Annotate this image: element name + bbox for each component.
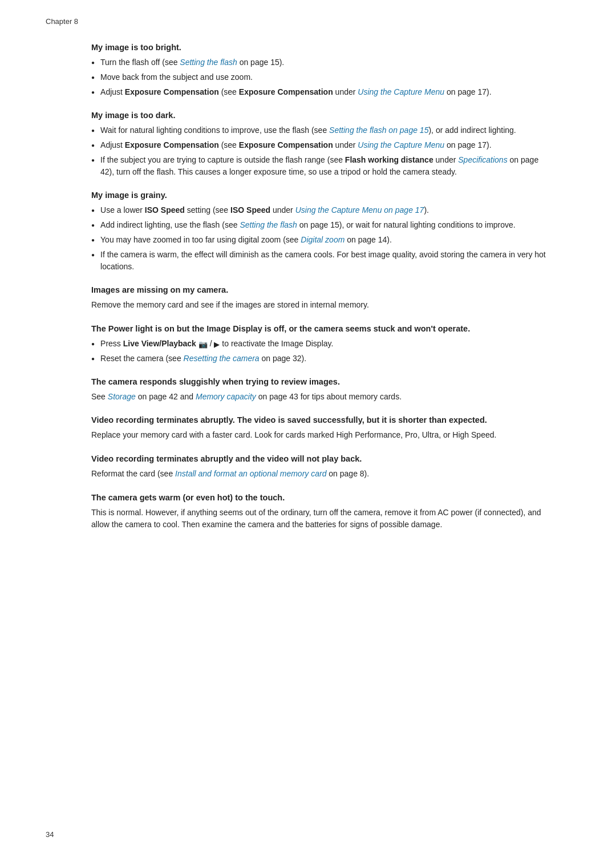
list-item: Adjust Exposure Compensation (see Exposu… [91, 86, 548, 98]
paragraph-sluggish: See Storage on page 42 and Memory capaci… [91, 391, 548, 403]
bullet-text: Adjust Exposure Compensation (see Exposu… [100, 139, 548, 151]
section-heading-camera-warm: The camera gets warm (or even hot) to th… [91, 493, 548, 502]
bold-text: ISO Speed [230, 205, 270, 215]
bullet-text: Wait for natural lighting conditions to … [100, 124, 548, 136]
link-text[interactable]: Digital zoom [301, 235, 345, 244]
list-item: Wait for natural lighting conditions to … [91, 124, 548, 136]
bold-text: Flash working distance [345, 155, 433, 164]
list-item: If the camera is warm, the effect will d… [91, 249, 548, 273]
bold-text: Exposure Compensation [125, 87, 219, 96]
list-item: Move back from the subject and use zoom. [91, 71, 548, 83]
list-item: Reset the camera (see Resetting the came… [91, 353, 548, 365]
link-text[interactable]: Using the Capture Menu [358, 140, 444, 149]
list-item: You may have zoomed in too far using dig… [91, 234, 548, 246]
bullet-list-too-bright: Turn the flash off (see Setting the flas… [91, 56, 548, 98]
paragraph-video-terminates: Replace your memory card with a faster c… [91, 429, 548, 442]
paragraph-camera-warm: This is normal. However, if anything see… [91, 507, 548, 531]
bullet-text: If the camera is warm, the effect will d… [100, 249, 548, 273]
list-item: Adjust Exposure Compensation (see Exposu… [91, 139, 548, 151]
section-video-terminates: Video recording terminates abruptly. The… [91, 415, 548, 442]
camera-icon: 📷 / ▶ [196, 339, 220, 348]
page-container: Chapter 8 My image is too bright.Turn th… [0, 0, 616, 853]
bullet-text: Press Live View/Playback 📷 / ▶ to reacti… [100, 338, 548, 350]
bullet-text: If the subject you are trying to capture… [100, 154, 548, 178]
link-text[interactable]: Memory capacity [196, 392, 256, 401]
paragraph-missing-images: Remove the memory card and see if the im… [91, 299, 548, 312]
bullet-text: Move back from the subject and use zoom. [100, 71, 548, 83]
section-missing-images: Images are missing on my camera.Remove t… [91, 285, 548, 312]
bullet-text: Reset the camera (see Resetting the came… [100, 353, 548, 365]
link-text[interactable]: Specifications [458, 155, 507, 164]
bullet-list-too-dark: Wait for natural lighting conditions to … [91, 124, 548, 178]
bold-text: Live View/Playback [123, 339, 196, 348]
link-text[interactable]: Using the Capture Menu [358, 87, 444, 96]
section-heading-grainy: My image is grainy. [91, 191, 548, 200]
section-grainy: My image is grainy.Use a lower ISO Speed… [91, 191, 548, 273]
bullet-text: Add indirect lighting, use the flash (se… [100, 219, 548, 231]
section-power-light: The Power light is on but the Image Disp… [91, 324, 548, 365]
list-item: Press Live View/Playback 📷 / ▶ to reacti… [91, 338, 548, 350]
bullet-text: Turn the flash off (see Setting the flas… [100, 56, 548, 68]
section-heading-sluggish: The camera responds sluggishly when tryi… [91, 377, 548, 386]
section-camera-warm: The camera gets warm (or even hot) to th… [91, 493, 548, 531]
section-heading-power-light: The Power light is on but the Image Disp… [91, 324, 548, 333]
section-heading-missing-images: Images are missing on my camera. [91, 285, 548, 294]
paragraph-video-no-playback: Reformat the card (see Install and forma… [91, 468, 548, 480]
section-too-bright: My image is too bright.Turn the flash of… [91, 43, 548, 98]
link-text[interactable]: Using the Capture Menu on page 17 [295, 205, 424, 215]
link-text[interactable]: Install and format an optional memory ca… [175, 469, 326, 478]
list-item: Use a lower ISO Speed setting (see ISO S… [91, 204, 548, 216]
link-text[interactable]: Setting the flash [240, 220, 297, 229]
bullet-list-power-light: Press Live View/Playback 📷 / ▶ to reacti… [91, 338, 548, 365]
bold-text: Exposure Compensation [239, 87, 333, 96]
list-item: Turn the flash off (see Setting the flas… [91, 56, 548, 68]
bold-text: Exposure Compensation [125, 140, 219, 149]
section-too-dark: My image is too dark.Wait for natural li… [91, 111, 548, 178]
link-text[interactable]: Setting the flash [180, 58, 237, 67]
section-heading-video-no-playback: Video recording terminates abruptly and … [91, 454, 548, 463]
link-text[interactable]: Storage [108, 392, 136, 401]
bold-text: ISO Speed [145, 205, 185, 215]
bullet-list-grainy: Use a lower ISO Speed setting (see ISO S… [91, 204, 548, 273]
bullet-text: You may have zoomed in too far using dig… [100, 234, 548, 246]
link-text[interactable]: Resetting the camera [184, 354, 260, 363]
section-heading-too-bright: My image is too bright. [91, 43, 548, 52]
bullet-text: Adjust Exposure Compensation (see Exposu… [100, 86, 548, 98]
chapter-label: Chapter 8 [46, 17, 570, 26]
list-item: Add indirect lighting, use the flash (se… [91, 219, 548, 231]
link-text[interactable]: Setting the flash on page 15 [329, 126, 428, 135]
bold-text: Exposure Compensation [239, 140, 333, 149]
section-sluggish: The camera responds sluggishly when tryi… [91, 377, 548, 403]
page-number: 34 [46, 830, 54, 839]
section-heading-too-dark: My image is too dark. [91, 111, 548, 120]
list-item: If the subject you are trying to capture… [91, 154, 548, 178]
section-heading-video-terminates: Video recording terminates abruptly. The… [91, 415, 548, 425]
section-video-no-playback: Video recording terminates abruptly and … [91, 454, 548, 480]
content-area: My image is too bright.Turn the flash of… [91, 43, 548, 531]
bullet-text: Use a lower ISO Speed setting (see ISO S… [100, 204, 548, 216]
